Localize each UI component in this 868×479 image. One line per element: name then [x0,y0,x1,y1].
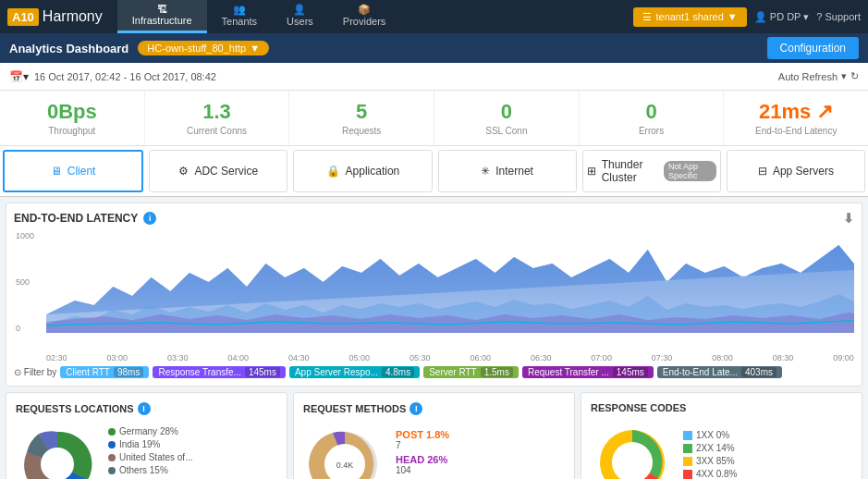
legend-germany: Germany 28% [108,426,193,436]
auto-refresh[interactable]: Auto Refresh ▾ ↻ [778,70,859,82]
india-dot [108,441,116,448]
legend-4xx: 4XX 0.8% [683,469,737,479]
throughput-label: Throughput [4,126,141,136]
latency-label: End-to-End Latency [727,126,864,136]
second-row: Analytics Dashboard HC-own-stuff_80_http… [0,33,868,63]
request-methods-panel: REQUEST METHODS i 0.4K POST 1.8% 7 [293,392,575,479]
nav-item-providers[interactable]: 📦 Providers [328,0,400,33]
latency-chart-svg [46,231,854,333]
4xx-square [683,470,692,479]
requests-locations-panel: REQUESTS LOCATIONS i Germany 28% [6,392,287,479]
tenant-button[interactable]: ☰ tenant1 shared ▼ [633,7,746,27]
tab-adc-service[interactable]: ⚙ ADC Service [149,150,287,192]
legend-others: Others 15% [108,465,193,475]
nav-right: ☰ tenant1 shared ▼ 👤 PD DP ▾ ? Support [633,7,861,27]
metric-errors: 0 Errors [580,91,725,145]
app-servers-icon: ⊟ [758,165,767,178]
request-methods-title: REQUEST METHODS i [303,402,565,415]
calendar-icon: 📅 [9,70,23,83]
legend-us: United States of... [108,452,193,462]
response-codes-title: RESPONSE CODES [591,402,852,413]
top-nav: A10 Harmony 🏗 Infrastructure 👥 Tenants 👤… [0,0,868,33]
tab-client[interactable]: 🖥 Client [3,150,143,192]
users-icon: 👤 [293,4,306,16]
refresh-icon: ↻ [850,70,859,82]
chart-title-row: END-TO-END LATENCY i ⬇ [14,211,854,226]
requests-label: Requests [293,126,430,136]
logo-box: A10 [7,8,39,26]
filter-badge[interactable]: HC-own-stuff_80_http ▼ [138,41,269,55]
response-codes-legend: 1XX 0% 2XX 14% 3XX 85% 4XX 0.8% 5XX 0% [683,430,737,479]
thunder-icon: ⊞ [587,165,596,178]
chevron-down-icon: ▼ [727,11,738,22]
methods-pie-chart: 0.4K [303,423,386,479]
dashboard-title: Analytics Dashboard [9,42,128,55]
adc-icon: ⚙ [178,165,189,178]
application-icon: 🔒 [326,165,340,178]
filter-app-server-response[interactable]: App Server Respo... 4.8ms [289,366,420,378]
response-codes-pie-chart [591,421,674,479]
configuration-button[interactable]: Configuration [767,37,859,59]
locations-pie-chart [16,423,99,479]
date-row: 📅 ▾ 16 Oct 2017, 02:42 - 16 Oct 2017, 08… [0,63,868,91]
filter-end-to-end[interactable]: End-to-End Late... 403ms [657,366,782,378]
support-icon: ? [816,11,822,22]
tenants-icon: 👥 [233,4,246,16]
date-range: 16 Oct 2017, 02:42 - 16 Oct 2017, 08:42 [34,71,216,82]
user-menu[interactable]: 👤 PD DP ▾ [754,11,810,23]
internet-icon: ✳ [481,165,490,178]
user-icon: 👤 [754,11,767,22]
filter-request-transfer[interactable]: Request Transfer ... 145ms [522,366,654,378]
download-icon[interactable]: ⬇ [843,211,854,226]
filter-response-transfer[interactable]: Response Transfe... 145ms [153,366,286,378]
filter-client-rtt[interactable]: Client RTT 98ms [60,366,149,378]
metric-throughput: 0Bps Throughput [0,91,145,145]
nav-item-users[interactable]: 👤 Users [272,0,328,33]
post-stat-count: 7 [396,440,449,450]
metric-latency: 21ms ↗ End-to-End Latency [724,91,868,145]
requests-locations-title: REQUESTS LOCATIONS i [16,402,277,415]
2xx-square [683,444,692,453]
post-stat-label: POST 1.8% [396,429,449,440]
tab-app-servers[interactable]: ⊟ App Servers [727,150,865,192]
metric-current-conns: 1.3 Current Conns [145,91,290,145]
latency-chart-title: END-TO-END LATENCY [14,212,138,225]
chart-info-icon[interactable]: i [143,212,156,225]
ssl-conn-label: SSL Conn [438,126,575,136]
tabs-row: 🖥 Client ⚙ ADC Service 🔒 Application ✳ I… [0,146,868,197]
methods-info-icon[interactable]: i [410,402,422,415]
locations-pie-container: Germany 28% India 19% United States of..… [16,423,277,479]
support-menu[interactable]: ? Support [816,11,861,22]
head-stat-count: 104 [396,465,449,475]
errors-label: Errors [583,126,720,136]
tab-internet[interactable]: ✳ Internet [438,150,577,192]
legend-1xx: 1XX 0% [683,430,737,440]
errors-value: 0 [583,100,720,124]
response-codes-panel: RESPONSE CODES 1XX 0% 2XX 14 [581,392,862,479]
nav-item-tenants[interactable]: 👥 Tenants [207,0,273,33]
locations-info-icon[interactable]: i [138,402,151,415]
chart-xaxis: 02:30 03:00 03:30 04:00 04:30 05:00 05:3… [46,353,854,362]
filter-row: ⊙ Filter by Client RTT 98ms Response Tra… [14,366,854,378]
dropdown-icon: ▼ [250,43,260,54]
methods-content: 0.4K POST 1.8% 7 HEAD 26% 104 GET 72% 28… [303,423,565,479]
logo-text: Harmony [43,8,103,25]
requests-value: 5 [293,100,430,124]
date-dropdown[interactable]: ▾ [23,70,29,83]
metric-ssl-conn: 0 SSL Conn [434,91,580,145]
latency-value: 21ms ↗ [727,100,864,124]
current-conns-label: Current Conns [149,126,286,136]
locations-legend: Germany 28% India 19% United States of..… [108,426,193,479]
chart-section: END-TO-END LATENCY i ⬇ 1000 500 0 [6,203,862,387]
legend-3xx: 3XX 85% [683,456,737,466]
nav-item-infrastructure[interactable]: 🏗 Infrastructure [117,0,207,33]
client-icon: 🖥 [51,165,62,178]
filter-server-rtt[interactable]: Server RTT 1.5ms [423,366,519,378]
infrastructure-icon: 🏗 [157,4,167,15]
current-conns-value: 1.3 [149,100,286,124]
not-app-specific-badge: Not App Specific [664,161,716,181]
tab-application[interactable]: 🔒 Application [293,150,432,192]
nav-items: 🏗 Infrastructure 👥 Tenants 👤 Users 📦 Pro… [117,0,634,33]
tab-thunder-cluster[interactable]: ⊞ Thunder Cluster Not App Specific [582,150,721,192]
legend-2xx: 2XX 14% [683,443,737,453]
